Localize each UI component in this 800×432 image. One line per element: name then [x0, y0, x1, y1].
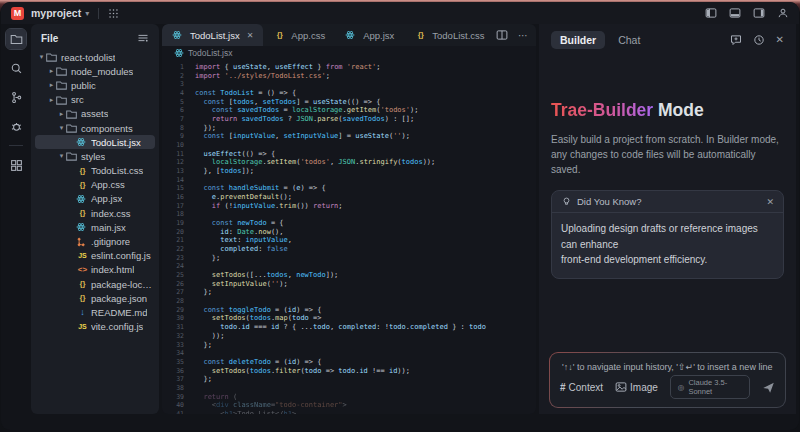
builder-tab-chat[interactable]: Chat: [609, 31, 649, 49]
react-icon: [76, 222, 89, 232]
card-close-icon[interactable]: ✕: [766, 197, 774, 207]
chevron-down-icon: ▾: [37, 53, 46, 61]
prompt-placeholder: '↑↓' to navigate input history, '⇧↵' to …: [550, 353, 785, 372]
tree-item-src[interactable]: ▸src: [35, 93, 155, 107]
tree-item-node_modules[interactable]: ▸node_modules: [35, 64, 155, 78]
code-line: 26 setInputValue('');: [162, 280, 536, 289]
file-label: index.css: [91, 208, 131, 219]
split-editor-icon[interactable]: [496, 29, 508, 41]
code-line: 18: [162, 210, 536, 219]
explorer-title: File: [41, 33, 58, 44]
tab-TodoList.css[interactable]: {}TodoList.css: [404, 24, 494, 46]
code-line: 40 <div className="todo-container">: [162, 401, 536, 410]
builder-tab-builder[interactable]: Builder: [551, 31, 605, 49]
new-chat-icon[interactable]: [730, 34, 742, 46]
tree-item-react-todolist[interactable]: ▾react-todolist: [35, 50, 155, 64]
tree-item-vite.config.js[interactable]: JSvite.config.js: [35, 320, 155, 334]
tree-item-components[interactable]: ▾components: [35, 121, 155, 135]
file-label: eslint.config.js: [91, 250, 151, 261]
send-icon[interactable]: [762, 381, 775, 394]
tree-item-public[interactable]: ▸public: [35, 78, 155, 92]
close-tab-icon[interactable]: ✕: [247, 31, 254, 40]
breadcrumb[interactable]: TodoList.jsx: [162, 46, 536, 60]
code-line: 4const TodoList = () => {: [162, 89, 536, 98]
layout-right-icon[interactable]: [753, 7, 765, 19]
history-icon[interactable]: [753, 34, 765, 46]
context-button[interactable]: # Context: [560, 382, 603, 393]
activity-debug-icon[interactable]: [6, 116, 26, 136]
tree-item-.gitignore[interactable]: .gitignore: [35, 234, 155, 248]
code-line: 7 return savedTodos ? JSON.parse(savedTo…: [162, 115, 536, 124]
code-line: 29 const toggleTodo = (id) => {: [162, 306, 536, 315]
tree-item-index.html[interactable]: <>index.html: [35, 263, 155, 277]
activity-extensions-icon[interactable]: [6, 155, 26, 175]
code-line: 3: [162, 80, 536, 89]
activity-search-icon[interactable]: [6, 58, 26, 78]
code-line: 25 setTodos([...todos, newTodo]);: [162, 271, 536, 280]
chevron-right-icon: ▸: [47, 67, 56, 75]
code-line: 14: [162, 176, 536, 185]
code-line: 38: [162, 384, 536, 393]
tab-label: TodoList.css: [432, 30, 484, 41]
layout-bottom-icon[interactable]: [729, 7, 741, 19]
tree-item-assets[interactable]: ▸assets: [35, 107, 155, 121]
chevron-right-icon: ▸: [47, 81, 56, 89]
activity-source-control-icon[interactable]: [6, 87, 26, 107]
tree-item-App.jsx[interactable]: App.jsx: [35, 192, 155, 206]
code-line: 20 id: Date.now(),: [162, 228, 536, 237]
layout-left-icon[interactable]: [705, 7, 717, 19]
close-panel-icon[interactable]: ✕: [776, 34, 784, 45]
did-you-know-card: Did You Know? ✕ Uploading design drafts …: [551, 190, 784, 279]
account-icon[interactable]: [777, 7, 789, 19]
file-label: README.md: [91, 307, 147, 318]
heading-rest-text: Mode: [653, 100, 704, 120]
code-line: 23 };: [162, 254, 536, 263]
tree-item-styles[interactable]: ▾styles: [35, 149, 155, 163]
editor-tab-bar: TodoList.jsx✕{}App.cssApp.jsx{}TodoList.…: [162, 24, 536, 46]
builder-mode-heading: Trae-Builder Mode: [551, 100, 784, 121]
code-line: 9 const [inputValue, setInputValue] = us…: [162, 132, 536, 141]
tree-item-README.md[interactable]: ↓README.md: [35, 305, 155, 319]
builder-description: Easily build a project from scratch. In …: [551, 132, 784, 177]
builder-header-icons: ✕: [730, 34, 784, 46]
activity-bar: [4, 24, 28, 414]
tree-item-main.jsx[interactable]: main.jsx: [35, 220, 155, 234]
card-title: Did You Know?: [577, 196, 641, 207]
file-label: package.json: [91, 293, 147, 304]
explorer-options-icon[interactable]: [137, 32, 149, 44]
react-icon: [76, 194, 89, 204]
tree-item-App.css[interactable]: {}App.css: [35, 178, 155, 192]
tree-item-TodoList.jsx[interactable]: TodoList.jsx: [35, 135, 155, 149]
code-line: 37 };: [162, 375, 536, 384]
chevron-down-icon[interactable]: ▾: [85, 9, 89, 18]
code-editor[interactable]: 1import { useState, useEffect } from 're…: [162, 60, 536, 414]
image-button[interactable]: Image: [615, 381, 658, 393]
folder-icon: [46, 52, 59, 62]
lightbulb-icon: [561, 196, 572, 207]
react-icon: [76, 137, 89, 147]
app-grid-icon[interactable]: [108, 8, 119, 19]
code-line: 27 };: [162, 288, 536, 297]
prompt-input-box[interactable]: '↑↓' to navigate input history, '⇧↵' to …: [549, 352, 786, 408]
file-label: TodoList.css: [91, 165, 143, 176]
more-actions-icon[interactable]: ⋯: [518, 30, 528, 41]
tab-App.jsx[interactable]: App.jsx: [335, 24, 404, 46]
tree-item-package.json[interactable]: {}package.json: [35, 291, 155, 305]
tree-item-index.css[interactable]: {}index.css: [35, 206, 155, 220]
model-selector[interactable]: ◎ Claude 3.5-Sonnet: [670, 375, 750, 399]
file-label: package-lock.json: [91, 279, 155, 290]
tab-TodoList.jsx[interactable]: TodoList.jsx✕: [162, 24, 263, 46]
tree-item-eslint.config.js[interactable]: JSeslint.config.js: [35, 249, 155, 263]
chevron-right-icon: ▸: [47, 96, 56, 104]
tree-item-package-lock.json[interactable]: {}package-lock.json: [35, 277, 155, 291]
code-line: 41 <h1>Todo List</h1>: [162, 410, 536, 414]
code-line: 5 const [todos, setTodos] = useState(() …: [162, 98, 536, 107]
code-line: 16 e.preventDefault();: [162, 193, 536, 202]
project-name[interactable]: myproject: [31, 7, 81, 19]
tab-App.css[interactable]: {}App.css: [263, 24, 335, 46]
tab-label: TodoList.jsx: [190, 30, 240, 41]
code-line: 39 return (: [162, 393, 536, 402]
tree-item-TodoList.css[interactable]: {}TodoList.css: [35, 164, 155, 178]
code-line: 24: [162, 262, 536, 271]
activity-files-icon[interactable]: [6, 29, 26, 49]
